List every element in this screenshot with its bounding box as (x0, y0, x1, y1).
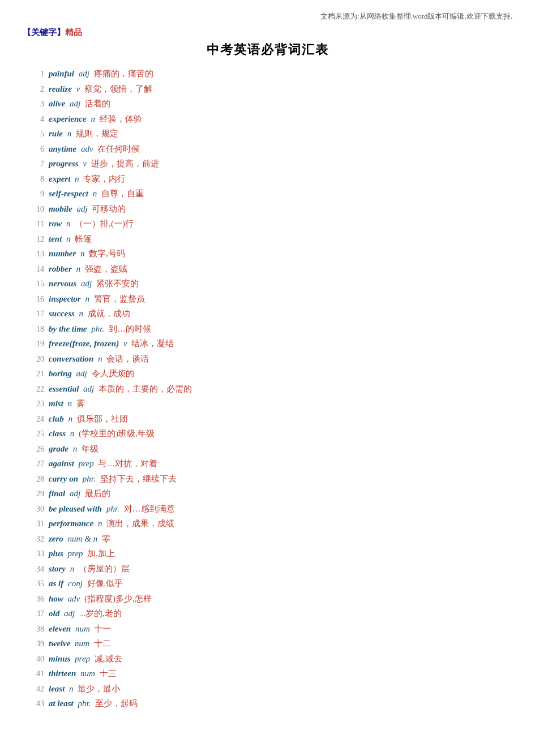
item-word: class (49, 429, 66, 438)
item-pos: adv (79, 144, 95, 153)
item-definition: 演出，成果，成绩 (106, 519, 174, 528)
list-item: 43at least phr. 至少，起码 (23, 696, 512, 711)
item-word: inspector (49, 294, 81, 303)
item-definition: 察觉，领悟，了解 (84, 84, 152, 93)
item-number: 15 (23, 277, 44, 291)
item-number: 22 (23, 383, 44, 397)
item-content: at least phr. 至少，起码 (49, 696, 138, 711)
item-definition: 坚持下去，继续下去 (100, 474, 177, 483)
item-word: self-respect (49, 189, 88, 198)
item-definition: 成就，成功 (88, 309, 130, 318)
list-item: 41thirteen num 十三 (23, 666, 512, 681)
list-item: 29final adj 最后的 (23, 486, 512, 501)
item-content: number n 数字,号码 (49, 246, 125, 261)
item-definition: 令人厌烦的 (92, 369, 134, 378)
list-item: 39twelve num 十二 (23, 636, 512, 651)
item-content: tent n 帐篷 (49, 231, 92, 246)
item-content: conversation n 会话，谈话 (49, 351, 149, 366)
item-word: minus (49, 654, 70, 663)
item-content: as if conj 好像,似乎 (49, 576, 123, 591)
item-pos: conj (66, 579, 84, 588)
item-definition: 俱乐部，社团 (77, 414, 128, 423)
item-content: painful adj 疼痛的，痛苦的 (49, 66, 153, 81)
item-pos: adj (81, 384, 96, 393)
item-content: club n 俱乐部，社团 (49, 411, 128, 426)
list-item: 33plus prep 加,加上 (23, 546, 512, 561)
item-number: 27 (23, 457, 44, 471)
item-definition: 帐篷 (75, 234, 92, 243)
item-content: zero num & n 零 (49, 531, 110, 546)
item-definition: 雾 (76, 399, 85, 408)
item-content: expert n 专家，内行 (49, 171, 126, 186)
item-pos: adj (67, 99, 83, 108)
item-pos: phr. (80, 474, 97, 483)
item-word: conversation (49, 354, 93, 363)
item-content: plus prep 加,加上 (49, 546, 115, 561)
item-pos: num (73, 624, 92, 633)
item-pos: n (71, 444, 79, 453)
item-definition: 结冰，凝结 (131, 339, 174, 348)
vocab-list: 1painful adj 疼痛的，痛苦的2realize v 察觉，领悟，了解3… (23, 66, 512, 711)
list-item: 32zero num & n 零 (23, 531, 512, 547)
item-number: 11 (23, 217, 44, 231)
item-pos: n (89, 114, 97, 123)
item-number: 31 (23, 517, 44, 531)
item-pos: adj (76, 69, 92, 78)
item-definition: （房屋的）层 (79, 564, 130, 573)
list-item: 12tent n 帐篷 (23, 231, 512, 247)
item-definition: 到…的时候 (109, 324, 151, 333)
item-number: 38 (23, 622, 44, 637)
item-number: 16 (23, 293, 44, 307)
item-number: 32 (23, 532, 44, 547)
item-pos: num (78, 669, 97, 678)
item-number: 5 (23, 127, 44, 141)
item-pos: adj (74, 369, 89, 378)
item-content: by the time phr. 到…的时候 (49, 321, 151, 336)
item-number: 24 (23, 413, 44, 427)
item-word: boring (49, 369, 72, 378)
item-number: 34 (23, 562, 44, 577)
list-item: 9self-respect n 自尊，自重 (23, 186, 512, 201)
item-word: success (49, 309, 75, 318)
list-item: 34story n （房屋的）层 (23, 561, 512, 577)
item-word: painful (49, 69, 74, 78)
item-pos: v (81, 159, 89, 168)
item-content: success n 成就，成功 (49, 306, 130, 321)
item-word: old (49, 609, 59, 618)
item-definition: 经验，体验 (100, 114, 142, 123)
item-pos: adj (67, 489, 83, 498)
item-number: 40 (23, 652, 44, 667)
item-word: realize (49, 84, 72, 93)
item-content: self-respect n 自尊，自重 (49, 186, 144, 201)
item-pos: adj (75, 204, 90, 213)
item-pos: phr. (104, 504, 121, 513)
list-item: 10mobile adj 可移动的 (23, 201, 512, 217)
item-content: boring adj 令人厌烦的 (49, 366, 134, 381)
item-number: 1 (23, 67, 44, 81)
top-note: 文档来源为:从网络收集整理.word版本可编辑.欢迎下载支持. (23, 11, 512, 22)
item-word: against (49, 459, 74, 468)
item-number: 23 (23, 397, 44, 411)
item-number: 30 (23, 502, 44, 517)
item-pos: prep (72, 654, 92, 663)
item-content: progress v 进步，提高，前进 (49, 156, 159, 171)
keyword-line: 【关键字】精品 (23, 27, 512, 38)
list-item: 24club n 俱乐部，社团 (23, 411, 512, 427)
item-pos: n (91, 189, 99, 198)
item-word: performance (49, 519, 93, 528)
item-content: twelve num 十二 (49, 636, 111, 651)
keyword-text: 精品 (65, 28, 82, 37)
item-content: experience n 经验，体验 (49, 111, 142, 126)
item-word: eleven (49, 624, 71, 633)
item-word: story (49, 564, 66, 573)
item-content: mist n 雾 (49, 396, 85, 411)
list-item: 14robber n 强盗，盗贼 (23, 261, 512, 277)
item-definition: 紧张不安的 (96, 279, 139, 288)
item-number: 12 (23, 233, 44, 247)
list-item: 40minus prep 减,减去 (23, 651, 512, 667)
item-content: final adj 最后的 (49, 486, 110, 501)
item-content: against prep 与…对抗，对着 (49, 456, 157, 471)
item-word: zero (49, 534, 63, 543)
item-number: 28 (23, 472, 44, 487)
list-item: 20conversation n 会话，谈话 (23, 351, 512, 367)
